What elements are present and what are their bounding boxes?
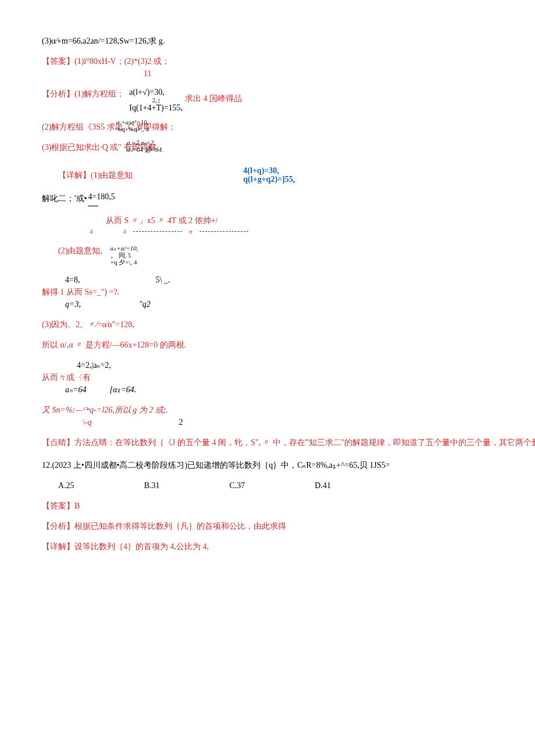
q12-stem: 12.(2023 上•四川成都•高二校考阶段练习)已知递增的等比数列｛q｝中，C… — [42, 459, 535, 471]
analysis-1-tail: 求出 4 国峰得品 — [185, 92, 242, 105]
so-sub-4b: 4 — [123, 227, 127, 237]
dianqing: 【点晴】方法点睛：在等比数列｛《J 的五个量 4 闺，牝，S", 〃 中，存在"… — [42, 436, 535, 449]
jie-hu-top: 4=180,5 — [88, 192, 115, 201]
xiangjie-1-bot: q(l+g+q2)=]55, — [243, 175, 295, 184]
q12-xiangjie: 【详解】设等比数列｛4｝的首项为 4,公比为 4, — [42, 540, 535, 553]
suoyi-text: 所以 α/,α 〃 是方程/—66x+128=0 的两根. — [42, 341, 186, 349]
conger-top: 4=2,|aₙ=2, — [42, 359, 535, 371]
part2b-lead: (2)由题意知, — [42, 245, 102, 257]
conger-block: 4=2,|aₙ=2, 从而々或〈有 aₙ=64 [α₁=64. — [42, 359, 535, 396]
so-sub-4a: 4 — [90, 227, 93, 237]
so-sub-pi: π — [189, 227, 192, 237]
q12-choice-c: C.37 — [229, 479, 245, 492]
analysis-2: (2)解方程组《3S5 求出《, 岁即得解； a,+a₁q²=10, %q+%q… — [42, 121, 535, 133]
analysis-1-frac-top: a(l+√)=30, — [129, 88, 183, 96]
answer-line-2: 11 — [42, 67, 535, 80]
xiangjie-1: 【详解】(1)由题意知 4(l+q)=30, q(l+g+q2)=]55, — [42, 166, 535, 184]
analysis-1: 【分析】(1)解方程组； a(l+√)=30, 2, | Iq(1+4+T)=1… — [42, 88, 535, 113]
conger-bot-l: aₙ=64 — [65, 384, 86, 396]
conger-mid: 从而々或〈有 — [42, 371, 535, 384]
paragraph-p3: (3)α⁄+m=66,a2an/=128,Sw=126,求 g. — [42, 35, 535, 47]
dash-rule-left-icon — [133, 231, 182, 232]
analysis-1-frac-bot: Iq(1+4+T)=155, — [129, 103, 183, 112]
xiangjie-1-lead: 【详解】(1)由题意知 — [42, 169, 133, 181]
you-sn-bot-r: 2 — [179, 416, 183, 428]
dash-rule-right-icon — [199, 231, 248, 232]
so-line: 从而 S 〃」x5 〃 4T 或 2 侬帅+/ 4 4 π — [42, 214, 535, 237]
analysis-3: (3)根据已知求出·Q 或" 有即得解. a,=2,aₙ=2, aₙ=64 必=… — [42, 141, 535, 153]
analysis-3-top: a,=2,aₙ=2, — [127, 139, 163, 146]
q12-choice-d: D.41 — [315, 479, 331, 492]
answer-block: 【答案】(1)l°80xH-V；(2)*(3)2 或； 11 — [42, 55, 535, 80]
q12-choice-a: A.25 — [58, 479, 74, 492]
you-sn-top: 又 Sn=%:—ᶜⁱⁿq-=l26,所以 g 为 2 或;. — [42, 404, 535, 416]
part2b-bot: +q 夕=:, 4 — [110, 259, 138, 266]
answer-line-1: 【答案】(1)l°80xH-V；(2)*(3)2 或； — [42, 55, 535, 67]
q12-analysis: 【分析】根据已知条件求得等比数列｛凡｝的首项和公比，由此求得 — [42, 520, 535, 532]
you-sn-block: 又 Sn=%:—ᶜⁱⁿq-=l26,所以 g 为 2 或;. \-q 2 — [42, 404, 535, 428]
jiede-1: 4=8, 5\ _. 解得 1 从而 Ss=_") =?. q=3, "q2 — [42, 274, 535, 310]
part3b: (3)因为。2。〃⁄=α⁄α"=128, — [42, 318, 535, 331]
q12-analysis-text: 【分析】根据已知条件求得等比数列｛凡｝的首项和公比，由此求得 — [42, 522, 286, 531]
q12-choices: A.25 B.31 C.37 D.41 — [42, 479, 535, 492]
text-p3: (3)α⁄+m=66,a2an/=128,Sw=126,求 g. — [42, 37, 165, 45]
q12-stem-text: 12.(2023 上•四川成都•高二校考阶段练习)已知递增的等比数列｛q｝中，C… — [42, 461, 390, 470]
analysis-2-top: a,+a₁q²=10, — [116, 119, 149, 126]
so-line-text: 从而 S 〃」x5 〃 4T 或 2 侬帅+/ — [106, 214, 535, 227]
q12-xiangjie-text: 【详解】设等比数列｛4｝的首项为 4,公比为 4, — [42, 542, 209, 551]
xiangjie-1-top: 4(l+q)=30, — [243, 166, 295, 175]
analysis-1-frac-mid: 2, | — [129, 96, 183, 103]
analysis-2-bot: %q+%q=:, 4 — [116, 126, 149, 132]
jiede-1-mid: 解得 1 从而 Ss=_") =?. — [42, 286, 535, 298]
jiede-1-bot-l: q=3, — [65, 298, 81, 310]
jiede-1-top-r: 5\ _. — [155, 274, 170, 286]
suoyi-line: 所以 α/,α 〃 是方程/—66x+128=0 的两根. — [42, 339, 535, 351]
q12-choice-b: B.31 — [144, 479, 160, 492]
short-underline-icon — [88, 201, 98, 206]
q12-answer-text: 【答案】B — [42, 501, 80, 510]
you-sn-bot-l: \-q — [83, 416, 92, 428]
conger-bot-r: [α₁=64. — [109, 384, 136, 396]
analysis-2-lead: (2)解方程组《3S5 求出《, 岁即得解； — [42, 123, 176, 131]
part2b-mid: 。 同, 5 — [110, 252, 138, 259]
jiede-1-bot-r: "q2 — [139, 298, 151, 310]
analysis-3-bot: aₙ=64 必=64. — [127, 146, 163, 153]
dianqing-text: 【点晴】方法点睛：在等比数列｛《J 的五个量 4 闺，牝，S", 〃 中，存在"… — [42, 438, 535, 447]
jie-hu: 解叱二；'或• 4=180,5 — [42, 192, 535, 206]
part2b-top: aₓ+a/=10, — [110, 245, 138, 252]
jiede-1-top-l: 4=8, — [65, 274, 80, 286]
analysis-1-lead: 【分析】(1)解方程组； — [42, 88, 124, 100]
part3b-text: (3)因为。2。〃⁄=α⁄α"=128, — [42, 320, 134, 329]
jie-hu-lead: 解叱二；'或• — [42, 192, 87, 205]
part2b: (2)由题意知, aₓ+a/=10, 。 同, 5 +q 夕=:, 4 — [42, 245, 535, 266]
q12-answer: 【答案】B — [42, 500, 535, 512]
